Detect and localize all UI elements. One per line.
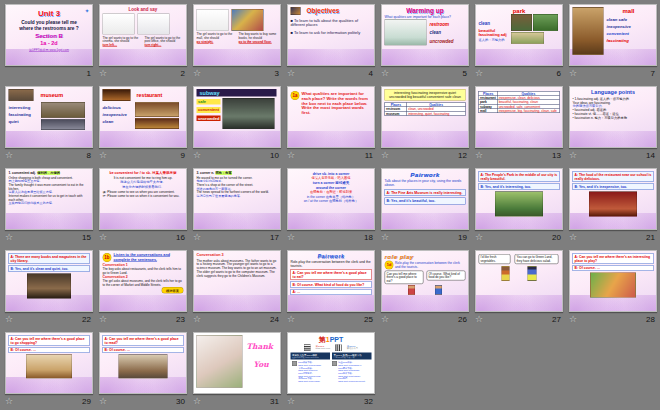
slide-thumbnail[interactable]: A: The food of the restaurant near our s… <box>569 168 657 230</box>
transition-star-icon[interactable]: ☆ <box>5 151 15 160</box>
transition-star-icon[interactable]: ☆ <box>569 315 579 324</box>
slide-thumbnail[interactable]: ThankYou <box>193 332 281 394</box>
check-answers-button: 核对答案 <box>162 287 184 294</box>
slide-number: 30 <box>176 397 185 406</box>
slide-text: Talk about the places in your city, usin… <box>385 179 466 187</box>
slide-thumbnail[interactable]: I'd like fresh vegetables.You can go to … <box>475 250 563 312</box>
slide-thumbnail[interactable]: 1bListen to the conversations and comple… <box>99 250 187 312</box>
transition-star-icon[interactable]: ☆ <box>193 233 203 242</box>
slide-thumbnail[interactable]: restaurantdeliciousinexpensiveclean <box>99 86 187 148</box>
transition-star-icon[interactable]: ☆ <box>287 233 297 242</box>
slide-cell: Look and sayThe girl wants to go to the … <box>95 2 189 84</box>
slide-thumbnail[interactable]: PlacesQualitiesrestaurantinexpensive, cl… <box>475 86 563 148</box>
transition-star-icon[interactable]: ☆ <box>475 315 485 324</box>
transition-star-icon[interactable]: ☆ <box>287 151 297 160</box>
slide-number: 18 <box>364 233 373 242</box>
transition-star-icon[interactable]: ☆ <box>569 233 579 242</box>
slide-content: Look and sayThe girl wants to go to the … <box>100 5 186 65</box>
slide-cell: PairworkTalk about the places in your ci… <box>377 166 471 248</box>
slide-thumbnail[interactable]: A: Can you tell me where there's a good … <box>5 332 93 394</box>
slide-group: The boy wants to buy some books, he shou… <box>239 32 278 43</box>
slide-number: 3 <box>275 69 279 78</box>
slide-text: turn left… <box>103 43 142 47</box>
transition-star-icon[interactable]: ☆ <box>569 151 579 160</box>
slide-thumbnail[interactable]: subwaysafeconvenientuncrowded <box>193 86 281 148</box>
slide-content: A: There are many books and magazines in… <box>6 251 92 311</box>
transition-star-icon[interactable]: ☆ <box>99 233 109 242</box>
transition-star-icon[interactable]: ☆ <box>381 315 391 324</box>
slide-thumbnail[interactable]: ✦Unit 3Could you please tell mewhere the… <box>5 4 93 66</box>
slide-row <box>511 14 558 31</box>
slide-thumbnail[interactable]: Warming upWhat qualities are important f… <box>381 4 469 66</box>
slide-text: 在拐角处；在附近；即将到来 <box>291 190 372 194</box>
transition-star-icon[interactable]: ☆ <box>287 315 297 324</box>
transition-star-icon[interactable]: ☆ <box>5 315 15 324</box>
slide-thumbnail[interactable]: The girl wants to go to the mall, she sh… <box>193 4 281 66</box>
transition-star-icon[interactable]: ☆ <box>193 397 203 406</box>
transition-star-icon[interactable]: ☆ <box>569 69 579 78</box>
slide-title: mall <box>607 7 651 14</box>
slide-group: PPT模板下载: www.1ppt.com/moban/节日PPT模板: www… <box>298 361 330 382</box>
transition-star-icon[interactable]: ☆ <box>193 315 203 324</box>
slide-thumbnail[interactable]: 3. corner n.拐角；角落He waved to me as he tu… <box>193 168 281 230</box>
transition-star-icon[interactable]: ☆ <box>475 151 485 160</box>
slide-row: Can you tell me where there's a good pla… <box>385 271 466 285</box>
slide-group: The girl wants to go to the cinema, she … <box>103 35 142 46</box>
slide-content: museuminterestingfascinatingquiet <box>6 87 92 147</box>
slide-number: 27 <box>552 315 561 324</box>
slide-thumbnail[interactable]: role play1dRole-play the conversation be… <box>381 250 469 312</box>
slide-thumbnail[interactable]: 1. convenient adj.便利的，方便的Online shopping… <box>5 168 93 230</box>
transition-star-icon[interactable]: ☆ <box>99 315 109 324</box>
slide-text: The family thought it was more convenien… <box>9 183 90 190</box>
slide-text: clean <box>430 30 454 35</box>
dialog-a: A: There are many books and magazines in… <box>9 253 90 264</box>
slide-group: safeconvenientuncrowded <box>197 98 221 121</box>
transition-star-icon[interactable]: ☆ <box>287 69 297 78</box>
slide-thumbnail[interactable]: A: The People's Park in the middle of ou… <box>475 168 563 230</box>
slide-group: 第1PPTwww.1ppt.com <box>316 344 331 350</box>
transition-star-icon[interactable]: ☆ <box>193 69 203 78</box>
transition-star-icon[interactable]: ☆ <box>5 397 15 406</box>
slide-thumbnail[interactable]: be convenient for / to sb. 对某人来说方便It is … <box>99 168 187 230</box>
slide-content: A: The People's Park in the middle of ou… <box>476 169 562 229</box>
transition-star-icon[interactable]: ☆ <box>475 233 485 242</box>
slide-content: I'd like fresh vegetables.You can go to … <box>476 251 562 311</box>
slide-content: drive sb. into a corner使某人走投无路／陷入困境turn … <box>288 169 374 229</box>
transition-star-icon[interactable]: ☆ <box>475 69 485 78</box>
slide-thumbnail[interactable]: A: Can you tell me where there's a good … <box>99 332 187 394</box>
slide-thumbnail[interactable]: drive sb. into a corner使某人走投无路／陷入困境turn … <box>287 168 375 230</box>
transition-star-icon[interactable]: ☆ <box>381 69 391 78</box>
slide-thumbnail[interactable]: PairworkRole-play the conversation betwe… <box>287 250 375 312</box>
slide-thumbnail[interactable]: mallclean safeinexpensiveconvenientfasci… <box>569 4 657 66</box>
transition-star-icon[interactable]: ☆ <box>99 151 109 160</box>
slide-thumbnail[interactable]: Objectives■ To learn to talk about the q… <box>287 4 375 66</box>
transition-star-icon[interactable]: ☆ <box>99 69 109 78</box>
slide-thumbnail[interactable]: A: There are many books and magazines in… <box>5 250 93 312</box>
slide-number: 12 <box>458 151 467 160</box>
slide-content: A: Can you tell me where there's an inte… <box>570 251 656 311</box>
transition-star-icon[interactable]: ☆ <box>381 233 391 242</box>
transition-star-icon[interactable]: ☆ <box>5 233 15 242</box>
slide-row: mallclean safeinexpensiveconvenientfasci… <box>573 7 654 55</box>
slide-thumbnail[interactable]: Look and sayThe girl wants to go to the … <box>99 4 187 66</box>
slide-thumbnail[interactable]: museuminterestingfascinatingquiet <box>5 86 93 148</box>
slide-thumbnail[interactable]: Language points• 1.fascinating adj. 迷人的；… <box>569 86 657 148</box>
slide-thumbnail[interactable]: A: Can you tell me where there's an inte… <box>569 250 657 312</box>
slide-thumbnail[interactable]: parkcleanbeautifulfascinating adj迷人的；有魅力… <box>475 4 563 66</box>
transition-star-icon[interactable]: ☆ <box>193 151 203 160</box>
slide-thumbnail[interactable]: interesting fascinating inexpensive quie… <box>381 86 469 148</box>
slide-thumbnail[interactable]: 第1PPT第1PPTwww.1ppt.com第1PPT微信公众号感谢您下载第1P… <box>287 332 375 394</box>
activity-badge: 1d <box>385 261 394 270</box>
slide-text: uncrowded <box>430 38 454 43</box>
slide-thumbnail[interactable]: PairworkTalk about the places in your ci… <box>381 168 469 230</box>
slide-thumbnail[interactable]: Conversation 3The mother asks about muse… <box>193 250 281 312</box>
dialog-b: B: Yes, and it's inexpensive, too. <box>573 183 654 190</box>
slide-text: Section B <box>9 32 90 39</box>
post-office-drawing <box>138 13 170 34</box>
transition-star-icon[interactable]: ☆ <box>99 397 109 406</box>
slide-thumbnail[interactable]: 1aWhat qualities are important for each … <box>287 86 375 148</box>
cartoon-clerk <box>435 285 442 295</box>
slide-number: 25 <box>364 315 373 324</box>
transition-star-icon[interactable]: ☆ <box>287 397 297 406</box>
transition-star-icon[interactable]: ☆ <box>381 151 391 160</box>
